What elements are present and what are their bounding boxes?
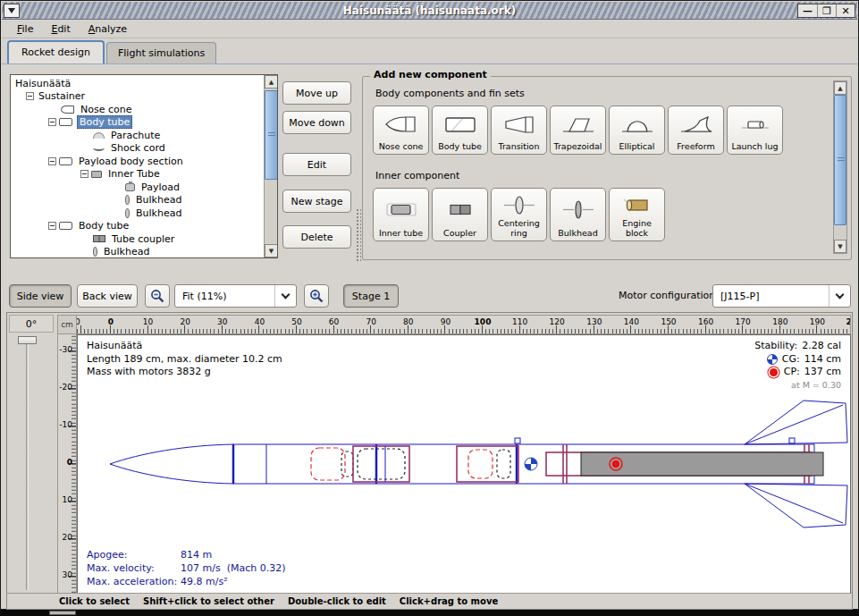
bulkhead-icon xyxy=(125,195,130,205)
taskbar-item[interactable] xyxy=(49,611,76,615)
add-component-group: Add new component Body components and fi… xyxy=(362,76,852,260)
title-bar[interactable]: Haisunäätä (haisunaata.ork) — ❐ ✕ xyxy=(2,2,857,20)
tab-flight-simulations[interactable]: Flight simulations xyxy=(106,42,216,63)
scroll-down-icon[interactable]: ▼ xyxy=(834,240,846,253)
component-button-centering-ring[interactable]: Centering ring xyxy=(491,188,547,241)
parachute-icon xyxy=(93,132,105,139)
motor-configuration-select[interactable]: [J115-P] xyxy=(712,284,851,308)
menu-bar: File Edit Analyze xyxy=(2,20,857,38)
nose-cone-icon xyxy=(61,105,74,114)
back-view-button[interactable]: Back view xyxy=(77,284,138,308)
stage-1-toggle[interactable]: Stage 1 xyxy=(343,284,399,308)
tree-item[interactable]: Payload body section xyxy=(11,155,263,168)
tree-item[interactable]: Shock cord xyxy=(11,142,263,156)
hint-double-click: Double-click to edit xyxy=(288,596,386,606)
tree-item[interactable]: Bulkhead xyxy=(11,246,263,259)
tree-item-selected[interactable]: Body tube xyxy=(11,116,263,130)
component-tree[interactable]: Haisunäätä Sustainer Nose cone Body tube… xyxy=(10,74,278,258)
hint-drag: Click+drag to move xyxy=(400,596,498,606)
side-view-button[interactable]: Side view xyxy=(9,284,72,308)
rocket-canvas[interactable]: Haisunäätä Length 189 cm, max. diameter … xyxy=(77,334,851,594)
tree-item[interactable]: Bulkhead xyxy=(11,207,263,220)
component-button-engine-block[interactable]: Engine block xyxy=(609,188,665,241)
magnifier-minus-icon xyxy=(149,288,165,304)
component-button-body-tube[interactable]: Body tube xyxy=(432,105,488,155)
component-button-elliptical[interactable]: Elliptical xyxy=(609,105,665,155)
tree-scrollbar[interactable]: ▲ ▼ xyxy=(264,75,277,257)
elliptical-fin-icon xyxy=(620,108,654,142)
menu-analyze[interactable]: Analyze xyxy=(80,21,135,37)
rotation-slider-handle[interactable] xyxy=(18,336,37,344)
tree-scroll-thumb[interactable] xyxy=(265,90,278,180)
minimize-button[interactable]: — xyxy=(798,4,817,17)
transition-icon xyxy=(502,108,536,142)
tree-item[interactable]: Bulkhead xyxy=(11,194,263,207)
collapse-icon[interactable] xyxy=(48,157,56,165)
tree-item[interactable]: Tube coupler xyxy=(11,232,263,246)
zoom-in-button[interactable] xyxy=(304,284,329,308)
component-button-trapezoidal[interactable]: Trapezoidal xyxy=(550,105,606,155)
ruler-unit: cm xyxy=(57,315,77,334)
splitter-handle[interactable] xyxy=(356,208,361,262)
new-stage-button[interactable]: New stage xyxy=(282,190,351,213)
rocket-mass: Mass with motors 3832 g xyxy=(87,366,282,379)
scroll-up-icon[interactable]: ▲ xyxy=(834,81,846,95)
rocket-name: Haisunäätä xyxy=(87,340,282,353)
chevron-down-icon xyxy=(274,285,296,307)
engine-block-icon xyxy=(620,190,654,219)
maximize-button[interactable]: ❐ xyxy=(817,4,836,17)
edit-button[interactable]: Edit xyxy=(282,153,351,176)
openrocket-app: Haisunäätä (haisunaata.ork) — ❐ ✕ File E… xyxy=(0,0,859,616)
component-button-freeform[interactable]: Freeform xyxy=(668,105,724,155)
tree-item[interactable]: Parachute xyxy=(11,129,263,142)
collapse-icon[interactable] xyxy=(48,118,56,126)
magnifier-plus-icon xyxy=(308,288,324,304)
component-button-transition[interactable]: Transition xyxy=(491,105,547,155)
hint-bar: Click to select Shift+click to select ot… xyxy=(7,593,852,609)
menu-edit[interactable]: Edit xyxy=(43,21,78,37)
delete-button[interactable]: Delete xyxy=(282,225,351,249)
component-scroll-thumb[interactable] xyxy=(834,95,846,225)
motor-configuration-label: Motor configuration: xyxy=(619,290,719,301)
window-title: Haisunäätä (haisunaata.ork) xyxy=(2,4,857,17)
tree-item[interactable]: Nose cone xyxy=(11,103,263,116)
collapse-icon[interactable] xyxy=(48,222,56,230)
collapse-icon[interactable] xyxy=(26,92,34,100)
tree-item[interactable]: Inner Tube xyxy=(11,168,263,181)
tree-rows: Haisunäätä Sustainer Nose cone Body tube… xyxy=(11,77,263,258)
nose-cone-icon xyxy=(384,108,418,142)
scroll-down-icon[interactable]: ▼ xyxy=(265,244,278,257)
component-button-nose-cone[interactable]: Nose cone xyxy=(373,105,429,155)
tree-item[interactable]: Sustainer xyxy=(11,90,263,104)
scroll-up-icon[interactable]: ▲ xyxy=(265,75,278,89)
menu-file[interactable]: File xyxy=(9,21,41,37)
tree-item[interactable]: Body tube xyxy=(11,220,263,233)
tab-rocket-design[interactable]: Rocket design xyxy=(7,40,105,63)
close-button[interactable]: ✕ xyxy=(836,4,855,17)
component-scrollbar[interactable]: ▲ ▼ xyxy=(833,80,847,254)
shock-cord-icon xyxy=(93,145,105,151)
move-up-button[interactable]: Move up xyxy=(282,81,351,105)
cg-icon xyxy=(767,354,778,365)
h-ruler: -100102030405060708090100110120130140150… xyxy=(77,315,851,334)
mach-note: at M = 0.30 xyxy=(754,379,841,392)
component-button-coupler[interactable]: Coupler xyxy=(432,188,488,241)
inner-component-label: Inner component xyxy=(375,170,459,181)
cg-marker xyxy=(525,458,537,470)
rotation-slider[interactable] xyxy=(26,340,29,590)
body-tube-icon xyxy=(59,222,72,230)
component-button-launch-lug[interactable]: Launch lug xyxy=(727,105,783,155)
move-down-button[interactable]: Move down xyxy=(282,111,351,134)
component-button-inner-tube[interactable]: Inner tube xyxy=(373,188,429,241)
collapse-icon[interactable] xyxy=(80,170,88,178)
hint-shift-click: Shift+click to select other xyxy=(143,596,274,606)
body-components-label: Body components and fin sets xyxy=(375,88,525,99)
tree-item[interactable]: Haisunäätä xyxy=(11,77,263,90)
tree-item[interactable]: Payload xyxy=(11,181,263,194)
main-window: Haisunäätä (haisunaata.ork) — ❐ ✕ File E… xyxy=(0,0,859,610)
zoom-out-button[interactable] xyxy=(145,284,170,308)
window-menu-icon[interactable] xyxy=(4,4,20,18)
coupler-icon xyxy=(443,190,477,229)
component-button-bulkhead[interactable]: Bulkhead xyxy=(550,188,606,241)
zoom-select[interactable]: Fit (11%) xyxy=(174,284,297,308)
